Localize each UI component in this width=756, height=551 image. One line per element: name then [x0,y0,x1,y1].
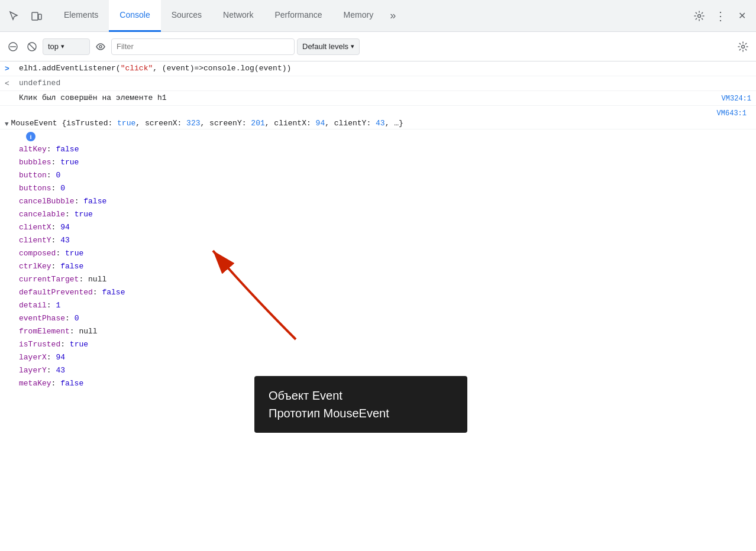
more-tabs-icon[interactable]: » [384,0,402,32]
collapse-arrow-icon[interactable]: ▼ [5,119,9,128]
svg-rect-1 [38,14,41,20]
eye-icon[interactable] [92,38,109,55]
prop-defaultPrevented: defaultPrevented: false [19,286,756,299]
prop-layerX: layerX: 94 [19,351,756,364]
console-input-line: > elh1.addEventListener("click", (event)… [0,61,756,76]
levels-select[interactable]: Default levels ▾ [297,38,360,55]
console-toolbar: top ▾ Default levels ▾ [0,32,756,61]
filter-input[interactable] [111,38,295,55]
tab-sources[interactable]: Sources [161,0,212,32]
prop-bubbles: bubbles: true [19,155,756,168]
prop-cancelable: cancelable: true [19,208,756,221]
console-log-click: Клик был совершён на элементе h1 VM324:1 [0,91,756,106]
tooltip-line2: Прототип MouseEvent [269,404,453,422]
info-icon-row: i [0,129,756,142]
prop-clientY: clientY: 43 [19,234,756,247]
input-prefix: > [5,64,19,73]
prop-detail: detail: 1 [19,299,756,312]
properties-section: altKey: false bubbles: true button: 0 bu… [0,142,756,390]
close-icon[interactable]: ✕ [732,7,751,25]
prop-isTrusted: isTrusted: true [19,338,756,351]
tab-bar-actions: ⋮ ✕ [690,7,751,25]
log-prefix-empty [5,93,19,94]
log-text-click: Клик был совершён на элементе h1 [19,93,722,102]
chevron-down-icon: ▾ [61,43,64,50]
svg-rect-0 [32,12,38,20]
source-link-vm643[interactable]: VM643:1 [717,108,751,118]
console-output-undefined: < undefined [0,76,756,91]
prop-cancelBubble: cancelBubble: false [19,195,756,208]
svg-point-7 [99,46,102,48]
prop-fromElement: fromElement: null [19,325,756,338]
console-settings-icon[interactable] [735,38,751,55]
mouse-event-text: MouseEvent {isTrusted: true, screenX: 32… [11,119,403,128]
tab-console[interactable]: Console [109,0,160,32]
prop-composed: composed: true [19,247,756,260]
svg-line-6 [29,43,35,50]
prop-layerY: layerY: 43 [19,364,756,377]
prop-clientX: clientX: 94 [19,221,756,234]
prop-ctrlKey: ctrlKey: false [19,260,756,273]
tab-memory[interactable]: Memory [333,0,385,32]
prop-currentTarget: currentTarget: null [19,273,756,286]
tab-elements[interactable]: Elements [53,0,109,32]
tab-network[interactable]: Network [212,0,264,32]
svg-point-8 [742,45,745,48]
block-icon[interactable] [24,38,40,55]
output-prefix: < [5,79,19,88]
context-select[interactable]: top ▾ [43,38,90,55]
clear-console-icon[interactable] [5,38,21,55]
devtools-icons [5,7,46,25]
mouse-event-header: VM643:1 ▼ MouseEvent {isTrusted: true, s… [0,106,756,129]
inspect-icon[interactable] [5,7,24,25]
undefined-value: undefined [19,79,756,87]
tooltip-line1: Объект Event [269,387,453,404]
prop-altKey: altKey: false [19,142,756,155]
prop-button: button: 0 [19,168,756,181]
tab-performance[interactable]: Performance [264,0,332,32]
input-content: elh1.addEventListener("click", (event)=>… [19,64,756,73]
tooltip-box: Объект Event Прототип MouseEvent [254,376,467,433]
prop-eventPhase: eventPhase: 0 [19,312,756,325]
more-options-icon[interactable]: ⋮ [711,7,730,25]
source-link-vm324[interactable]: VM324:1 [722,93,756,103]
tab-bar: Elements Console Sources Network Perform… [0,0,756,32]
device-toggle-icon[interactable] [27,7,46,25]
prop-buttons: buttons: 0 [19,181,756,195]
info-icon: i [26,132,35,141]
console-content[interactable]: > elh1.addEventListener("click", (event)… [0,61,756,551]
svg-point-2 [698,14,701,17]
settings-gear-icon[interactable] [690,7,709,25]
levels-chevron-icon: ▾ [351,43,354,50]
